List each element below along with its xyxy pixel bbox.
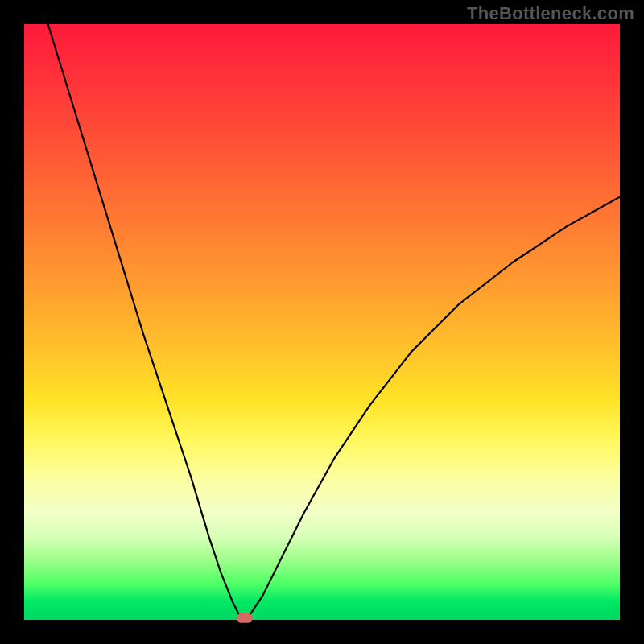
optimal-point-marker: [237, 613, 252, 623]
watermark-text: TheBottleneck.com: [467, 3, 634, 24]
plot-area: [24, 24, 620, 620]
chart-frame: TheBottleneck.com: [0, 0, 644, 644]
bottleneck-curve: [48, 24, 620, 618]
curve-svg: [24, 24, 620, 620]
